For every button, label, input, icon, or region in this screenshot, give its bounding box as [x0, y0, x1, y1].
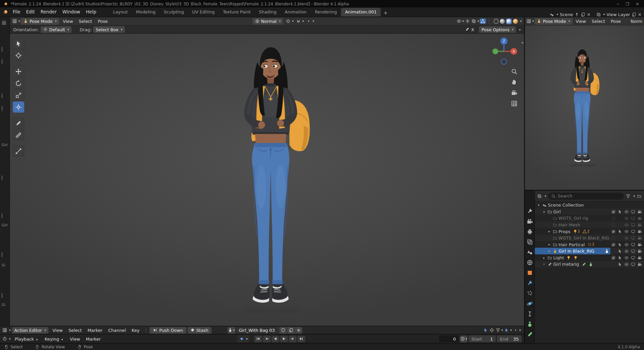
- eye-toggle-icon[interactable]: [624, 222, 630, 228]
- shading-wireframe-button[interactable]: [494, 19, 499, 24]
- exclude-checkbox[interactable]: [610, 235, 616, 241]
- pivot-point-icon[interactable]: [286, 19, 290, 23]
- editor-type-icon[interactable]: [2, 337, 7, 341]
- exclude-checkbox[interactable]: [610, 248, 616, 254]
- collapsed-item-icon[interactable]: [2, 176, 2, 180]
- pan-hand-icon[interactable]: [511, 79, 518, 86]
- eye-toggle-icon[interactable]: ▾: [456, 18, 465, 24]
- pin-icon[interactable]: [574, 12, 579, 16]
- collapsed-item-label[interactable]: Gi: [2, 263, 5, 267]
- menu-edit[interactable]: Edit: [23, 8, 38, 15]
- exclude-checkbox[interactable]: [610, 242, 616, 248]
- fake-user-shield-icon[interactable]: [279, 327, 287, 334]
- snap-magnet-icon[interactable]: [296, 19, 301, 23]
- disclosure-icon[interactable]: ▸: [542, 256, 546, 259]
- unlink-action-icon[interactable]: ✕: [295, 327, 302, 334]
- monitor-toggle-icon[interactable]: [630, 222, 636, 228]
- mode-dropdown[interactable]: Pose Mode▾: [21, 18, 59, 25]
- cursor-toggle-icon[interactable]: [617, 255, 623, 261]
- dopesheet-menu-view[interactable]: View: [50, 327, 66, 334]
- outliner-row[interactable]: WGTS_Girl In Black_RIG: [535, 234, 644, 241]
- zoom-icon[interactable]: [511, 68, 518, 75]
- workspace-tab-texture-paint[interactable]: Texture Paint: [219, 8, 255, 16]
- camera-toggle-icon[interactable]: [637, 235, 643, 241]
- collapsed-item-label[interactable]: Girl: [2, 223, 8, 227]
- dopesheet-menu-select[interactable]: Select: [65, 327, 85, 334]
- shading-rendered-button[interactable]: [513, 19, 518, 24]
- properties-tab-render[interactable]: [526, 218, 533, 225]
- outliner-search-input[interactable]: Search: [548, 192, 624, 200]
- cursor-toggle-icon[interactable]: [617, 235, 623, 241]
- editor-type-icon[interactable]: [12, 19, 17, 23]
- camera-toggle-icon[interactable]: [637, 215, 643, 221]
- camera-toggle-icon[interactable]: [637, 228, 643, 234]
- dopesheet-menu-channel[interactable]: Channel: [105, 327, 129, 334]
- properties-tab-particles[interactable]: [526, 290, 533, 297]
- disclosure-icon[interactable]: ▾: [537, 203, 541, 207]
- monitor-toggle-icon[interactable]: [630, 228, 636, 234]
- tool-scale-button[interactable]: [13, 90, 24, 101]
- cursor-toggle-icon[interactable]: [617, 248, 623, 254]
- cursor-filter-icon[interactable]: [482, 327, 489, 333]
- eye-toggle-icon[interactable]: [624, 215, 630, 221]
- mode-dropdown[interactable]: Pose Mode▾: [534, 18, 572, 25]
- menu-render[interactable]: Render: [38, 8, 59, 15]
- menu-file[interactable]: File: [10, 8, 23, 15]
- properties-tab-modifiers[interactable]: [526, 280, 533, 287]
- transform-toggle-icon[interactable]: [465, 18, 471, 24]
- workspace-tab-uv-editing[interactable]: UV Editing: [188, 8, 219, 16]
- eye-toggle-icon[interactable]: [624, 228, 630, 234]
- cursor3d-filter-icon[interactable]: [489, 327, 495, 333]
- viewport-menu-view[interactable]: View: [60, 18, 76, 25]
- disclosure-icon[interactable]: ▸: [547, 243, 551, 246]
- navigation-gizmo[interactable]: Z X: [490, 37, 518, 66]
- monitor-toggle-icon[interactable]: [630, 242, 636, 248]
- cursor-toggle-icon[interactable]: [617, 228, 623, 234]
- disclosure-icon[interactable]: ▸: [547, 229, 551, 233]
- secondary-viewport-menu-view[interactable]: View: [573, 18, 589, 25]
- play-button[interactable]: [280, 336, 288, 342]
- monitor-toggle-icon[interactable]: [630, 248, 636, 254]
- character-preview[interactable]: [553, 48, 611, 171]
- cursor-toggle-icon[interactable]: [617, 222, 623, 228]
- disclosure-icon[interactable]: ▸: [547, 249, 551, 253]
- viewport-menu-select[interactable]: Select: [76, 18, 95, 25]
- collapsed-item-label[interactable]: Girl: [2, 143, 8, 147]
- exclude-checkbox[interactable]: [610, 222, 616, 228]
- outliner-row[interactable]: ▸Hair Partical2: [535, 241, 644, 248]
- properties-tab-physics[interactable]: [526, 300, 533, 307]
- properties-tab-output[interactable]: [526, 228, 533, 235]
- shading-solid-button[interactable]: [500, 19, 505, 24]
- monitor-toggle-icon[interactable]: [630, 215, 636, 221]
- properties-tab-data[interactable]: [526, 321, 533, 327]
- eye-toggle-icon[interactable]: [624, 248, 630, 254]
- eye-toggle-icon[interactable]: [624, 242, 630, 248]
- auto-keying-record-button[interactable]: ▾: [237, 335, 249, 342]
- outliner-row[interactable]: ▾Scene Collection: [535, 202, 644, 209]
- tool-transform-button[interactable]: [13, 101, 24, 113]
- new-scene-icon[interactable]: [581, 12, 585, 16]
- viewport-canvas[interactable]: Z X ◂: [10, 34, 524, 326]
- camera-toggle-icon[interactable]: [637, 222, 643, 228]
- blender-logo-icon[interactable]: [2, 9, 8, 15]
- monitor-toggle-icon[interactable]: [630, 255, 636, 261]
- view-layer-selector[interactable]: ▾ View Layer ✕: [596, 12, 642, 17]
- transform-orientation-dropdown[interactable]: Normal▾: [252, 18, 283, 25]
- use-preview-range-icon[interactable]: ▾: [460, 336, 467, 342]
- monitor-toggle-icon[interactable]: [630, 235, 636, 241]
- outliner-row[interactable]: ▸Girl In Black_RIG: [535, 248, 644, 255]
- keying-menu[interactable]: Keying ▾: [42, 336, 65, 342]
- camera-toggle-icon[interactable]: [637, 255, 643, 261]
- cursor-toggle-icon[interactable]: [617, 261, 623, 267]
- mesh-toggle-icon[interactable]: [480, 18, 486, 24]
- workspace-tab-rendering[interactable]: Rendering: [311, 8, 341, 16]
- action-editor-mode-dropdown[interactable]: Action Editor▾: [12, 327, 48, 334]
- editor-type-icon[interactable]: [526, 19, 531, 23]
- tool-move-button[interactable]: [13, 66, 24, 77]
- cursor-toggle-icon[interactable]: [617, 215, 623, 221]
- collapsed-item-icon[interactable]: [2, 47, 2, 51]
- chevron-down-icon[interactable]: ▾: [520, 19, 522, 23]
- orientation-truncated[interactable]: Norm: [631, 19, 642, 24]
- layers-toggle-icon[interactable]: ▾: [471, 18, 480, 24]
- cursor-toggle-icon[interactable]: [617, 242, 623, 248]
